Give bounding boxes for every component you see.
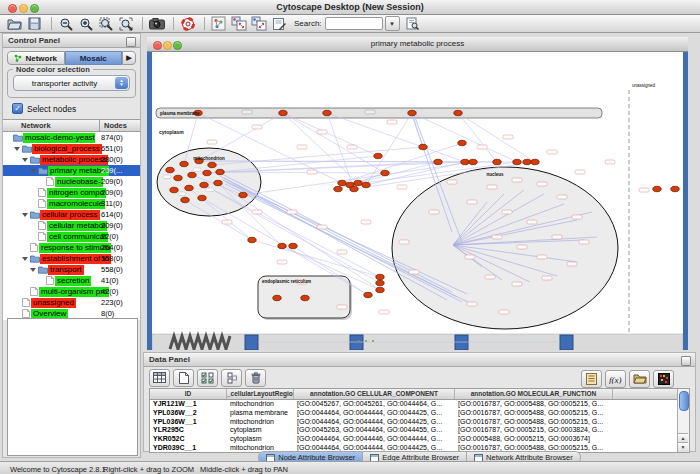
network-node[interactable] (523, 159, 531, 164)
zoom-selected-icon[interactable] (97, 16, 114, 31)
table-row[interactable]: YLR295Ccytoplasm[GO:0045263, GO:0044464,… (150, 426, 689, 435)
tree-row[interactable]: cellular metabol209(0) (3, 220, 140, 231)
network-node[interactable] (174, 175, 182, 180)
help-icon[interactable] (179, 16, 196, 31)
network-node[interactable] (419, 144, 427, 149)
tree-row[interactable]: mosaic-demo-yeast874(0) (3, 132, 140, 143)
matrix-mapper-icon[interactable] (653, 370, 674, 388)
column-header[interactable]: annotation.GO CELLULAR_COMPONENT (294, 389, 455, 399)
function-builder-icon[interactable]: f(x) (605, 370, 626, 388)
float-panel-icon[interactable] (681, 356, 691, 366)
zoom-out-icon[interactable] (57, 16, 74, 31)
network-node[interactable] (671, 186, 679, 191)
region-nucleus[interactable] (392, 167, 618, 329)
network-node[interactable] (454, 110, 462, 115)
network-node[interactable] (181, 197, 189, 202)
tree-row[interactable]: nucleobase-209(0) (3, 176, 140, 187)
tree-row[interactable]: unassigned223(0) (3, 297, 140, 308)
network-node[interactable] (278, 243, 286, 248)
scrollbar-thumb[interactable] (679, 391, 689, 411)
network-node[interactable] (214, 180, 222, 185)
vizmapper-icon[interactable] (230, 16, 247, 31)
expand-arrow-icon[interactable] (22, 213, 28, 217)
tree-row[interactable]: metabolic process280(0) (3, 154, 140, 165)
network-node[interactable] (469, 159, 477, 164)
snapshot-icon[interactable] (148, 16, 165, 31)
tree-row[interactable]: cell communicat22(0) (3, 231, 140, 242)
network-node[interactable] (200, 182, 208, 187)
unselect-attributes-icon[interactable] (221, 369, 242, 387)
network-node[interactable] (170, 187, 178, 192)
attribute-batch-icon[interactable] (581, 370, 602, 388)
expand-arrow-icon[interactable] (22, 257, 28, 261)
network-node[interactable] (376, 287, 384, 292)
table-vertical-scrollbar[interactable]: ▲ ▼ (677, 389, 689, 452)
new-attribute-icon[interactable] (173, 369, 194, 387)
tree-row[interactable]: secretion41(0) (3, 275, 140, 286)
network-node[interactable] (338, 180, 346, 185)
expand-arrow-icon[interactable] (30, 169, 36, 173)
node-color-dropdown[interactable]: transporter activity ▲▼ (13, 75, 130, 91)
network-node[interactable] (374, 153, 382, 158)
network-node[interactable] (458, 140, 466, 145)
network-node[interactable] (198, 195, 206, 200)
table-row[interactable]: YPL036W__1mitochondrion[GO:0044464, GO:0… (150, 418, 689, 427)
network-node[interactable] (376, 274, 384, 279)
select-attributes-icon[interactable] (197, 369, 218, 387)
network-node[interactable] (364, 292, 372, 297)
network-node[interactable] (350, 186, 358, 191)
network-node[interactable] (653, 186, 661, 191)
tree-row[interactable]: biological_process651(0) (3, 143, 140, 154)
tab-mosaic[interactable]: Mosaic (65, 51, 123, 65)
expand-arrow-icon[interactable] (30, 268, 36, 272)
table-row[interactable]: YJR121W__1mitochondrion[GO:0045267, GO:0… (150, 400, 689, 409)
minimize-window-icon[interactable] (19, 4, 28, 13)
network-node[interactable] (188, 172, 196, 177)
network-node[interactable] (208, 162, 216, 167)
search-config-icon[interactable] (404, 16, 421, 31)
network-manager-icon[interactable] (210, 16, 227, 31)
tab-network[interactable]: Network (7, 51, 65, 65)
column-header[interactable]: annotation.GO MOLECULAR_FUNCTION (455, 389, 613, 399)
float-panel-icon[interactable] (126, 37, 136, 47)
network-node[interactable] (531, 159, 539, 164)
region-plasma-membrane[interactable] (156, 108, 602, 118)
network-node[interactable] (166, 167, 174, 172)
network-node[interactable] (461, 159, 469, 164)
column-header[interactable]: ID (150, 389, 227, 399)
network-node[interactable] (323, 110, 331, 115)
network-node[interactable] (434, 159, 442, 164)
table-row[interactable]: YPL036W__2plasma membrane[GO:0044464, GO… (150, 409, 689, 418)
network-node[interactable] (513, 159, 521, 164)
table-row[interactable]: YKR052Ccytoplasm[GO:0044464, GO:0044446,… (150, 435, 689, 444)
expand-arrow-icon[interactable] (14, 147, 20, 151)
select-nodes-checkbox[interactable]: ✓ (12, 103, 23, 114)
tab-overflow-arrow-icon[interactable]: ▶ (122, 51, 136, 65)
close-window-icon[interactable] (8, 4, 17, 13)
network-node[interactable] (408, 110, 416, 115)
annotation-icon[interactable] (270, 16, 287, 31)
zoom-in-icon[interactable] (77, 16, 94, 31)
tree-row[interactable]: transport558(0) (3, 264, 140, 275)
save-icon[interactable] (26, 16, 43, 31)
network-window-titlebar[interactable]: primary metabolic process (147, 37, 688, 52)
tree-row[interactable]: nitrogen compo209(0) (3, 187, 140, 198)
attribute-table-icon[interactable] (149, 369, 170, 387)
column-header[interactable]: _cellularLayoutRegion (227, 389, 294, 399)
network-node[interactable] (354, 180, 362, 185)
network-node[interactable] (248, 237, 256, 242)
delete-attribute-icon[interactable] (245, 369, 266, 387)
filter-icon[interactable] (250, 16, 267, 31)
network-node[interactable] (334, 186, 342, 191)
network-node[interactable] (493, 159, 501, 164)
minimize-view-icon[interactable] (163, 41, 172, 50)
network-node[interactable] (289, 243, 297, 248)
network-node[interactable] (301, 295, 309, 300)
search-input[interactable] (325, 17, 383, 30)
network-node[interactable] (203, 170, 211, 175)
network-node[interactable] (185, 185, 193, 190)
network-node[interactable] (362, 182, 370, 187)
network-node[interactable] (279, 110, 287, 115)
tree-row[interactable]: multi-organism pro42(0) (3, 286, 140, 297)
birds-eye-view[interactable] (7, 318, 138, 456)
